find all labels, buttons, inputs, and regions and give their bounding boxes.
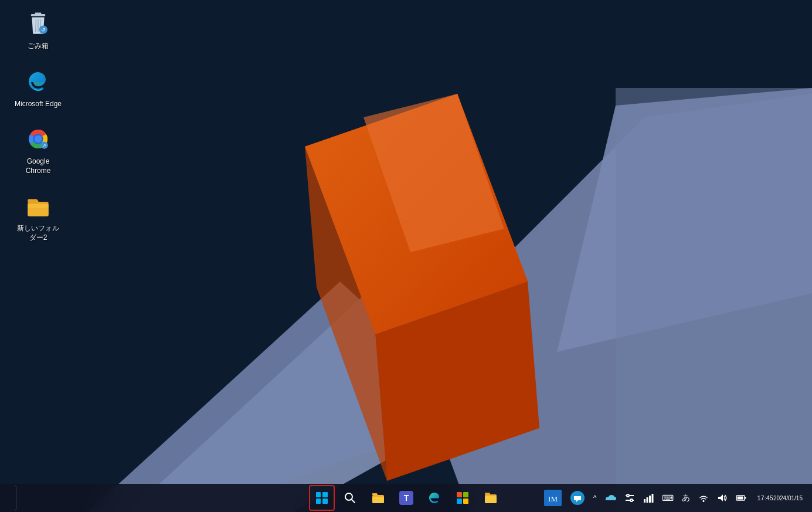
svg-text:↺: ↺: [41, 27, 46, 33]
desktop-icons: ↺ ごみ箱: [12, 6, 64, 245]
language-icon: あ: [682, 493, 690, 503]
search-button[interactable]: [337, 485, 363, 511]
file-manager-icon: [481, 489, 500, 507]
chevron-icon: ^: [593, 494, 597, 502]
edge-taskbar-icon: [425, 489, 444, 507]
svg-line-13: [36, 19, 36, 32]
chrome-label: Google Chrome: [14, 157, 62, 175]
quick-settings-button[interactable]: [622, 491, 637, 504]
edge-image: [23, 66, 53, 97]
svg-rect-35: [463, 499, 468, 504]
desktop: ↺ ごみ箱: [0, 0, 812, 512]
svg-rect-32: [457, 492, 462, 497]
taskbar-left: [5, 485, 16, 511]
messages-button[interactable]: [568, 489, 587, 507]
clock-date: 2024/01/15: [773, 495, 803, 501]
signal-bars-button[interactable]: [641, 492, 656, 504]
svg-rect-34: [457, 499, 462, 504]
svg-rect-12: [35, 12, 42, 15]
svg-text:IM: IM: [548, 494, 558, 503]
file-explorer-button[interactable]: [365, 485, 391, 511]
folder-label: 新しいフォルダー2: [14, 224, 62, 242]
new-folder-icon[interactable]: 新しいフォルダー2: [12, 188, 64, 245]
google-chrome-icon[interactable]: ↗ Google Chrome: [12, 121, 64, 178]
svg-rect-5: [616, 88, 812, 512]
svg-rect-33: [463, 492, 468, 497]
svg-rect-48: [652, 494, 654, 503]
ime-button[interactable]: IM: [542, 489, 564, 507]
recycle-bin-image: ↺: [23, 8, 53, 39]
svg-line-27: [351, 500, 355, 503]
svg-rect-25: [28, 204, 48, 208]
svg-point-49: [703, 500, 705, 502]
svg-rect-47: [649, 496, 651, 503]
taskbar-center: T: [309, 485, 504, 511]
svg-text:↗: ↗: [42, 143, 46, 148]
teams-taskbar-icon: T: [397, 489, 416, 507]
taskbar-right: IM ^: [542, 489, 807, 507]
volume-button[interactable]: [715, 492, 730, 504]
ime-mode-button[interactable]: ⌨: [660, 492, 676, 504]
svg-rect-46: [647, 497, 648, 503]
language-indicator: ⌨: [662, 493, 674, 503]
system-clock[interactable]: 17:45 2024/01/15: [752, 492, 807, 504]
wallpaper: [0, 0, 812, 512]
recycle-bin-icon[interactable]: ↺ ごみ箱: [12, 6, 64, 53]
svg-rect-45: [644, 499, 645, 503]
svg-point-20: [35, 135, 42, 143]
file-manager-button[interactable]: [478, 485, 504, 511]
svg-rect-52: [745, 497, 746, 499]
clock-time: 17:45: [757, 494, 773, 501]
language-selector-button[interactable]: あ: [680, 491, 692, 504]
edge-taskbar-button[interactable]: [422, 485, 447, 511]
svg-rect-53: [738, 497, 743, 500]
folder-image: [23, 191, 53, 221]
onedrive-button[interactable]: [602, 492, 619, 504]
svg-rect-29: [372, 497, 384, 503]
wifi-button[interactable]: [696, 492, 711, 504]
store-taskbar-icon: [453, 489, 472, 507]
search-taskbar-icon: [341, 489, 359, 507]
windows-logo-icon: [312, 489, 331, 507]
svg-marker-50: [718, 494, 723, 501]
recycle-bin-label: ごみ箱: [28, 42, 49, 51]
edge-label: Microsoft Edge: [15, 100, 62, 109]
chrome-image: ↗: [23, 124, 53, 154]
start-button[interactable]: [309, 485, 335, 511]
teams-button[interactable]: T: [393, 485, 419, 511]
taskbar: T: [0, 484, 812, 512]
svg-text:T: T: [403, 493, 409, 503]
svg-point-44: [630, 499, 633, 501]
svg-rect-37: [485, 496, 497, 503]
microsoft-edge-icon[interactable]: Microsoft Edge: [12, 64, 64, 111]
explorer-taskbar-icon: [369, 489, 388, 507]
show-hidden-icons-button[interactable]: ^: [591, 493, 599, 503]
store-button[interactable]: [450, 485, 475, 511]
battery-button[interactable]: [733, 492, 749, 504]
svg-point-42: [627, 494, 629, 497]
show-desktop-button[interactable]: [5, 485, 16, 511]
